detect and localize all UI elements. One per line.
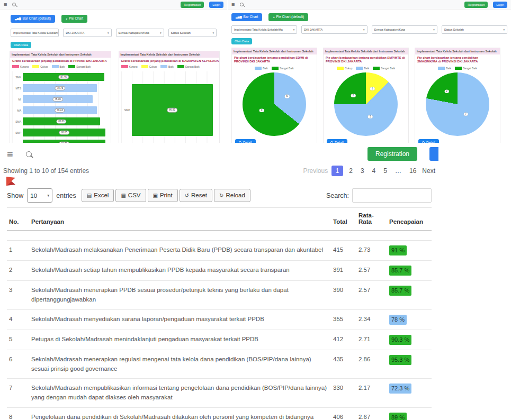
- hamburger-menu-icon[interactable]: ≡: [231, 2, 235, 7]
- legend-swatch-kurang: [121, 65, 128, 68]
- registration-button[interactable]: Registration: [464, 2, 488, 8]
- pie-slice-label: 5: [285, 95, 290, 98]
- table-controls: Show 10 ▾ entries ▤Excel ▦CSV ▣Print ↺Re…: [0, 186, 438, 203]
- excel-button[interactable]: ▤Excel: [82, 189, 114, 203]
- detail-button[interactable]: Detail: [235, 139, 256, 143]
- table-row[interactable]: 6Sekolah/Madrasah menerapkan regulasi me…: [7, 350, 432, 379]
- login-button[interactable]: Login: [209, 2, 223, 8]
- print-button[interactable]: ▣Print: [148, 189, 178, 203]
- chevron-down-icon: ▾: [212, 31, 214, 34]
- bar[interactable]: 82.83: [23, 117, 100, 125]
- table-row[interactable]: 1Sekolah/Madrasah melaksanakan Penerimaa…: [7, 241, 432, 261]
- kabupaten-select[interactable]: Semua Kabupaten/Kota▾: [372, 25, 437, 34]
- panel-title: Implementasi Tata Kelola Sekolah dari In…: [324, 48, 408, 54]
- table-row[interactable]: 4Sekolah/Madrasah menyediakan sarana lap…: [7, 309, 432, 330]
- pagination-page-3[interactable]: 3: [358, 166, 366, 176]
- search-icon[interactable]: [12, 3, 16, 6]
- detail-button[interactable]: Detail: [327, 139, 347, 143]
- column-header-no[interactable]: No.: [7, 208, 29, 231]
- table-row[interactable]: 2Sekolah/Madrasah setiap tahun mempublik…: [7, 261, 432, 281]
- pagination-previous[interactable]: Previous: [303, 167, 328, 175]
- bar[interactable]: 86.92: [132, 84, 213, 136]
- table-row[interactable]: 3Sekolah/Madrasah menerapkan PPDB sesuai…: [7, 281, 432, 310]
- legend-swatch-baik: [356, 67, 363, 70]
- table-row[interactable]: 5Petugas di Sekolah/Madrasah menindaklan…: [7, 330, 432, 350]
- reset-icon: ↺: [185, 193, 189, 198]
- app-logo: [6, 177, 15, 186]
- bar[interactable]: 88.72: [23, 140, 105, 143]
- pencapaian-badge: 95.3 %: [389, 355, 411, 365]
- pagination-page-1[interactable]: 1: [331, 166, 343, 176]
- table-row[interactable]: 8Pengelolaan dana pendidikan di Sekolah/…: [7, 408, 432, 420]
- login-button[interactable]: Login: [493, 2, 507, 8]
- olah-data-button[interactable]: Olah Data: [11, 42, 31, 48]
- chart-legend: Kurang Cukup Baik Sangat Baik: [119, 63, 220, 70]
- table-row[interactable]: 7Sekolah/Madrasah mempublikasikan inform…: [7, 379, 432, 408]
- bar-chart-button[interactable]: ▃▅▇ Bar Chart (default): [11, 15, 55, 23]
- pie-slice-label: 5: [368, 115, 373, 118]
- pie-chart[interactable]: 7 2: [426, 72, 489, 136]
- pie-chart[interactable]: 1 5 2: [334, 72, 398, 136]
- search-icon[interactable]: [26, 151, 32, 157]
- province-select[interactable]: DKI JAKARTA▾: [63, 29, 111, 37]
- chevron-down-icon: ▾: [363, 28, 365, 31]
- status-select[interactable]: Status Sekolah▾: [442, 25, 507, 34]
- left-navbar: ≡ Registration Login: [0, 0, 227, 10]
- pencapaian-badge: 85.7 %: [389, 266, 411, 276]
- pie-chart-panel-sd-mi: Implementasi Tata Kelola Sekolah dari In…: [231, 48, 317, 143]
- pagination-page-2[interactable]: 2: [347, 166, 355, 176]
- search-input[interactable]: [352, 188, 432, 203]
- search-icon[interactable]: [240, 3, 244, 6]
- magnifier-icon: [330, 141, 333, 143]
- bar-chart-button[interactable]: ▃▅▇ Bar Chart: [231, 13, 262, 21]
- bar[interactable]: 79.75: [23, 84, 97, 92]
- pie-slice-label: 1: [370, 87, 375, 90]
- login-button[interactable]: Login: [429, 147, 438, 161]
- province-select[interactable]: DKI JAKARTA▾: [301, 25, 367, 34]
- column-header-rata-rata[interactable]: Rata-Rata: [356, 208, 387, 231]
- registration-button[interactable]: Registration: [181, 2, 204, 8]
- pie-chart-button[interactable]: ◕ Pie Chart (default): [268, 13, 308, 21]
- pie-chart[interactable]: 5 9: [243, 72, 306, 136]
- registration-button[interactable]: Registration: [367, 147, 417, 161]
- bar[interactable]: 87.46: [23, 73, 104, 81]
- table-header-row: No. Pertanyaan Total Rata-Rata Pencapaia…: [7, 208, 432, 231]
- csv-button[interactable]: ▦CSV: [115, 189, 146, 203]
- kabupaten-select[interactable]: Semua Kabupaten/Kota▾: [116, 29, 164, 37]
- legend-swatch-cukup: [32, 65, 39, 68]
- filter-bar: Implementasi Tata Kelola Sekolah/Ma▾ DKI…: [11, 29, 217, 37]
- pagination-next[interactable]: Next: [422, 167, 435, 175]
- pagination-page-5[interactable]: 5: [381, 166, 389, 176]
- legend-swatch-baik: [438, 67, 445, 70]
- hamburger-menu-icon[interactable]: ≡: [7, 148, 13, 160]
- pie-slice-label: 7: [463, 112, 468, 116]
- hamburger-menu-icon[interactable]: ≡: [4, 2, 7, 7]
- olah-data-button[interactable]: Olah Data: [231, 38, 252, 44]
- pie-chart-button[interactable]: ◕ Pie Chart: [61, 15, 87, 23]
- chart-legend: Baik Sangat Baik: [415, 65, 500, 71]
- instrument-select[interactable]: Implementasi Tata Kelola Sekolah/Ma▾: [231, 25, 297, 34]
- bar-value-label: 86.92: [167, 108, 177, 113]
- entries-info-text: Showing 1 to 10 of 154 entries: [3, 167, 89, 175]
- pie-slice-label: 9: [259, 108, 264, 112]
- bar[interactable]: 79.43: [23, 106, 97, 114]
- magnifier-icon: [239, 141, 241, 143]
- status-select[interactable]: Status Sekolah▾: [168, 29, 217, 37]
- pagination: Previous 1 2 3 4 5 … 16 Next: [303, 166, 435, 176]
- pagination-page-4[interactable]: 4: [370, 166, 378, 176]
- pagination-page-16[interactable]: 16: [407, 166, 418, 176]
- instrument-select[interactable]: Implementasi Tata Kelola Sekolah/Ma▾: [11, 29, 59, 37]
- bar-chart: SMK87.46 MTS79.75 MI75.00 MA79.43 SMA82.…: [11, 71, 108, 143]
- chart-legend: Kurang Cukup Baik Sangat Baik: [10, 63, 111, 70]
- page-length-select[interactable]: 10 ▾: [27, 188, 52, 203]
- chart-legend: Cukup Baik Sangat Baik: [324, 65, 408, 71]
- column-header-pencapaian[interactable]: Pencapaian: [387, 208, 432, 231]
- bar[interactable]: 88.85: [23, 129, 105, 136]
- reset-button[interactable]: ↺Reset: [180, 189, 212, 203]
- reload-button[interactable]: ↻Reload: [214, 189, 250, 203]
- table-navbar: ≡ Registration Login: [0, 143, 438, 165]
- column-header-pertanyaan[interactable]: Pertanyaan: [29, 208, 331, 231]
- detail-button[interactable]: Detail: [418, 139, 439, 143]
- column-header-total[interactable]: Total: [331, 208, 356, 231]
- bar[interactable]: 75.00: [23, 95, 93, 103]
